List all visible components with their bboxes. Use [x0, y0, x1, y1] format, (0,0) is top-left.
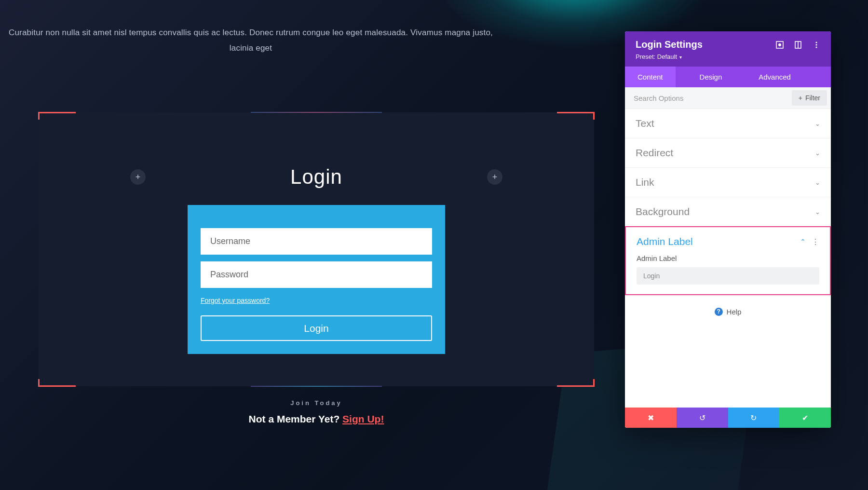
kebab-menu-icon[interactable]: ⋮ — [812, 237, 819, 246]
preset-prefix: Preset: — [636, 53, 657, 60]
accordion-redirect-title: Redirect — [636, 147, 673, 159]
filter-button[interactable]: + Filter — [792, 90, 827, 106]
login-submit-button[interactable]: Login — [201, 315, 432, 341]
chevron-down-icon: ⌄ — [815, 150, 820, 157]
help-icon: ? — [715, 308, 723, 316]
accordion-link[interactable]: Link ⌄ — [625, 168, 831, 197]
login-form-card: Forgot your password? Login — [188, 205, 445, 354]
svg-point-1 — [779, 43, 781, 45]
panel-tabs: Content Design Advanced — [625, 67, 831, 87]
accordion-background-title: Background — [636, 206, 690, 218]
close-icon: ✖ — [648, 413, 654, 422]
svg-point-5 — [815, 44, 817, 45]
selection-corner-br — [557, 385, 595, 387]
plus-icon: + — [799, 94, 802, 102]
accordion-redirect[interactable]: Redirect ⌄ — [625, 138, 831, 168]
chevron-down-icon: ⌄ — [815, 208, 820, 216]
search-row: + Filter — [625, 87, 831, 109]
svg-point-4 — [815, 41, 817, 43]
accordion-link-title: Link — [636, 177, 654, 188]
snap-icon[interactable] — [776, 41, 784, 49]
panel-footer: ✖ ↺ ↻ ✔ — [625, 408, 831, 428]
settings-panel: Login Settings Preset: Default ▾ Content… — [625, 31, 831, 428]
tab-design[interactable]: Design — [687, 67, 735, 87]
admin-label-body: Admin Label — [626, 254, 830, 294]
member-prompt: Not a Member Yet? Sign Up! — [0, 413, 633, 425]
chevron-down-icon: ⌄ — [815, 179, 820, 186]
chevron-up-icon: ⌃ — [800, 238, 806, 245]
search-options-input[interactable] — [625, 87, 792, 109]
preset-value: Default — [657, 53, 677, 60]
panel-header[interactable]: Login Settings Preset: Default ▾ — [625, 31, 831, 67]
admin-label-input[interactable] — [637, 267, 819, 285]
chevron-down-icon: ⌄ — [815, 120, 820, 127]
accordion-admin-label: Admin Label ⌃ ⋮ Admin Label — [625, 226, 831, 295]
accordion-text-title: Text — [636, 118, 654, 129]
password-input[interactable] — [201, 261, 432, 288]
save-button[interactable]: ✔ — [779, 408, 831, 428]
add-module-left-button[interactable]: + — [130, 169, 146, 185]
check-icon: ✔ — [802, 413, 808, 422]
help-label: Help — [727, 308, 742, 316]
admin-label-header[interactable]: Admin Label ⌃ ⋮ — [626, 227, 830, 254]
undo-button[interactable]: ↺ — [677, 408, 728, 428]
selection-edge-bottom — [251, 386, 382, 387]
chevron-down-icon: ▾ — [678, 54, 682, 60]
login-title: Login — [39, 165, 594, 189]
svg-point-6 — [815, 46, 817, 48]
tab-advanced[interactable]: Advanced — [746, 67, 803, 87]
accordion-text[interactable]: Text ⌄ — [625, 109, 831, 138]
join-eyebrow: Join Today — [0, 399, 633, 407]
below-login-cta: Join Today Not a Member Yet? Sign Up! — [0, 399, 633, 425]
admin-label-title: Admin Label — [637, 236, 693, 247]
help-button[interactable]: ? Help — [715, 308, 742, 316]
tab-content[interactable]: Content — [625, 67, 676, 87]
cancel-button[interactable]: ✖ — [625, 408, 677, 428]
help-row: ? Help — [625, 295, 831, 408]
expand-icon[interactable] — [794, 41, 802, 49]
panel-title: Login Settings — [636, 39, 703, 50]
admin-label-field-label: Admin Label — [637, 254, 819, 262]
page-intro-text: Curabitur non nulla sit amet nisl tempus… — [0, 25, 502, 56]
selection-corner-bl — [38, 385, 76, 387]
member-prompt-text: Not a Member Yet? — [249, 413, 343, 424]
forgot-password-link[interactable]: Forgot your password? — [201, 297, 270, 304]
add-module-right-button[interactable]: + — [487, 169, 502, 185]
signup-link[interactable]: Sign Up! — [342, 413, 384, 424]
redo-icon: ↻ — [750, 413, 757, 422]
undo-icon: ↺ — [699, 413, 705, 422]
filter-label: Filter — [805, 94, 820, 102]
login-inner: + + Login Forgot your password? Login — [39, 112, 594, 354]
username-input[interactable] — [201, 228, 432, 255]
redo-button[interactable]: ↻ — [728, 408, 780, 428]
kebab-menu-icon[interactable] — [813, 41, 820, 49]
login-module-container: + + Login Forgot your password? Login — [39, 112, 594, 386]
accordion-background[interactable]: Background ⌄ — [625, 197, 831, 227]
preset-dropdown[interactable]: Preset: Default ▾ — [636, 53, 820, 60]
